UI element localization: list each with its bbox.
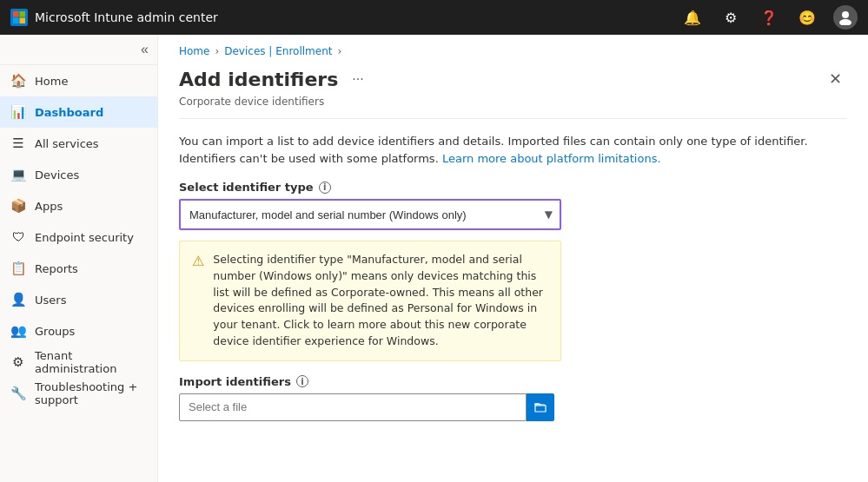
breadcrumb-home[interactable]: Home bbox=[179, 45, 209, 57]
page-title-bar: Add identifiers ··· ✕ bbox=[158, 61, 868, 94]
page-subtitle: Corporate device identifiers bbox=[158, 94, 868, 118]
sidebar-item-devices[interactable]: 💻 Devices bbox=[0, 159, 157, 190]
sidebar-label-devices: Devices bbox=[35, 168, 79, 182]
sidebar-item-troubleshooting[interactable]: 🔧 Troubleshooting + support bbox=[0, 378, 157, 409]
import-identifiers-info-icon: i bbox=[296, 375, 308, 387]
user-avatar[interactable] bbox=[833, 5, 858, 30]
sidebar-label-users: Users bbox=[35, 294, 66, 307]
close-panel-button[interactable]: ✕ bbox=[824, 68, 847, 90]
breadcrumb-devices-enrollment[interactable]: Devices | Enrollment bbox=[224, 45, 332, 57]
home-icon: 🏠 bbox=[10, 73, 26, 89]
endpoint-security-icon: 🛡 bbox=[10, 229, 26, 245]
content-area: Home › Devices | Enrollment › Add identi… bbox=[158, 35, 868, 482]
select-identifier-info-icon: i bbox=[319, 182, 331, 194]
sidebar-item-all-services[interactable]: ☰ All services bbox=[0, 128, 157, 159]
select-identifier-wrapper: Manufacturer, model and serial number (W… bbox=[179, 199, 561, 230]
tenant-admin-icon: ⚙ bbox=[10, 354, 26, 370]
sidebar: « 🏠 Home 📊 Dashboard ☰ All services 💻 De… bbox=[0, 35, 158, 482]
select-identifier-label-text: Select identifier type bbox=[179, 181, 314, 194]
sidebar-item-groups[interactable]: 👥 Groups bbox=[0, 315, 157, 347]
breadcrumb-separator-2: › bbox=[337, 45, 341, 57]
warning-box: ⚠ Selecting identifier type "Manufacture… bbox=[179, 241, 561, 361]
reports-icon: 📋 bbox=[10, 261, 26, 276]
sidebar-item-dashboard[interactable]: 📊 Dashboard bbox=[0, 96, 157, 128]
sidebar-label-endpoint-security: Endpoint security bbox=[35, 231, 134, 244]
sidebar-item-tenant-admin[interactable]: ⚙ Tenant administration bbox=[0, 347, 157, 378]
sidebar-item-users[interactable]: 👤 Users bbox=[0, 284, 157, 315]
settings-gear-icon[interactable]: ⚙ bbox=[719, 5, 743, 30]
svg-rect-1 bbox=[20, 11, 26, 17]
import-identifiers-field-group: Import identifiers i bbox=[179, 375, 847, 421]
import-identifiers-label: Import identifiers i bbox=[179, 375, 847, 388]
sidebar-collapse-area: « bbox=[0, 35, 157, 65]
notification-bell-icon[interactable]: 🔔 bbox=[680, 5, 705, 30]
sidebar-item-home[interactable]: 🏠 Home bbox=[0, 65, 157, 96]
sidebar-label-apps: Apps bbox=[35, 200, 63, 213]
apps-icon: 📦 bbox=[10, 198, 26, 214]
app-logo bbox=[10, 9, 28, 26]
sidebar-collapse-button[interactable]: « bbox=[141, 42, 149, 57]
svg-rect-3 bbox=[20, 18, 26, 24]
svg-rect-2 bbox=[13, 18, 19, 24]
dashboard-icon: 📊 bbox=[10, 104, 26, 120]
svg-rect-0 bbox=[13, 11, 19, 17]
svg-point-4 bbox=[842, 11, 849, 18]
import-file-input[interactable] bbox=[179, 393, 527, 421]
help-question-icon[interactable]: ❓ bbox=[757, 5, 781, 30]
groups-icon: 👥 bbox=[10, 323, 26, 339]
select-identifier-field-group: Select identifier type i Manufacturer, m… bbox=[179, 181, 847, 361]
import-browse-button[interactable] bbox=[527, 393, 554, 421]
troubleshooting-icon: 🔧 bbox=[10, 386, 26, 401]
info-link[interactable]: Learn more about platform limitations. bbox=[442, 152, 661, 165]
select-identifier-dropdown[interactable]: Manufacturer, model and serial number (W… bbox=[181, 201, 560, 228]
sidebar-item-reports[interactable]: 📋 Reports bbox=[0, 253, 157, 284]
more-options-button[interactable]: ··· bbox=[347, 69, 368, 89]
page-title: Add identifiers bbox=[179, 69, 338, 90]
sidebar-label-home: Home bbox=[35, 75, 68, 88]
sidebar-label-all-services: All services bbox=[35, 137, 99, 150]
sidebar-item-endpoint-security[interactable]: 🛡 Endpoint security bbox=[0, 221, 157, 253]
sidebar-item-apps[interactable]: 📦 Apps bbox=[0, 190, 157, 221]
sidebar-label-troubleshooting: Troubleshooting + support bbox=[35, 380, 147, 406]
devices-icon: 💻 bbox=[10, 167, 26, 182]
breadcrumb-separator-1: › bbox=[215, 45, 219, 57]
app-title: Microsoft Intune admin center bbox=[35, 10, 218, 24]
feedback-icon[interactable]: 😊 bbox=[795, 5, 819, 30]
breadcrumb: Home › Devices | Enrollment › bbox=[158, 35, 868, 61]
info-text: You can import a list to add device iden… bbox=[179, 133, 847, 167]
select-identifier-label: Select identifier type i bbox=[179, 181, 847, 194]
sidebar-label-tenant-admin: Tenant administration bbox=[35, 349, 147, 375]
import-field-wrapper bbox=[179, 393, 847, 421]
warning-triangle-icon: ⚠ bbox=[192, 253, 204, 350]
form-area: You can import a list to add device iden… bbox=[158, 119, 868, 435]
top-header: Microsoft Intune admin center 🔔 ⚙ ❓ 😊 bbox=[0, 0, 868, 35]
sidebar-label-groups: Groups bbox=[35, 325, 75, 338]
sidebar-label-reports: Reports bbox=[35, 262, 78, 275]
warning-text: Selecting identifier type "Manufacturer,… bbox=[213, 252, 548, 350]
users-icon: 👤 bbox=[10, 292, 26, 307]
header-icons: 🔔 ⚙ ❓ 😊 bbox=[680, 5, 858, 30]
main-layout: « 🏠 Home 📊 Dashboard ☰ All services 💻 De… bbox=[0, 35, 868, 482]
import-identifiers-label-text: Import identifiers bbox=[179, 375, 291, 388]
sidebar-label-dashboard: Dashboard bbox=[35, 106, 103, 119]
all-services-icon: ☰ bbox=[10, 135, 26, 151]
svg-point-5 bbox=[839, 19, 851, 25]
